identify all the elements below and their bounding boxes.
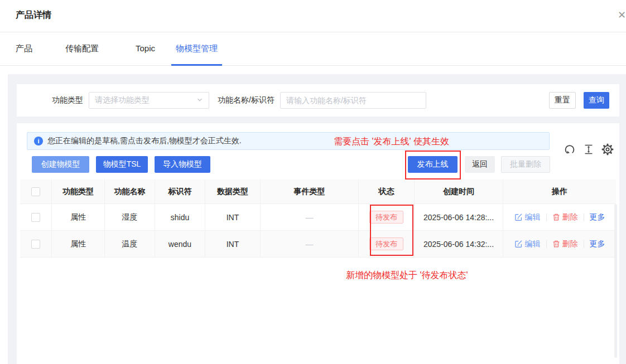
settings-gear-icon[interactable] — [601, 143, 614, 156]
header-identifier: 标识符 — [155, 179, 205, 204]
draft-info-text: 您正在编辑的是草稿,需点击发布后,物模型才会正式生效. — [47, 136, 242, 146]
cell-status: 待发布 — [359, 231, 415, 258]
cell-event-type: — — [261, 231, 359, 258]
edit-link[interactable]: 编辑 — [514, 212, 541, 222]
row-select-cell — [20, 231, 52, 258]
cell-created-time: 2025-06-06 14:32:... — [415, 231, 503, 258]
refresh-icon[interactable] — [564, 143, 576, 156]
column-height-icon[interactable] — [582, 143, 595, 156]
header-data-type: 数据类型 — [205, 179, 261, 204]
function-type-select[interactable]: 请选择功能类型 — [89, 92, 209, 109]
publish-online-button[interactable]: 发布上线 — [408, 156, 458, 173]
tab-bar: 产品 传输配置 Topic 物模型管理 — [0, 32, 626, 66]
table-row: 属性 湿度 shidu INT — 待发布 2025-06-06 14:28:.… — [20, 204, 616, 231]
cell-function-type: 属性 — [52, 231, 105, 258]
cell-event-type: — — [261, 204, 359, 231]
header-created-time: 创建时间 — [415, 179, 503, 204]
action-divider — [546, 213, 547, 221]
tab-transport-config[interactable]: 传输配置 — [61, 32, 103, 66]
tab-thing-model-management[interactable]: 物模型管理 — [171, 32, 222, 66]
header-event-type: 事件类型 — [261, 179, 359, 204]
chevron-down-icon — [196, 96, 203, 105]
tab-topic[interactable]: Topic — [131, 32, 160, 66]
annotation-status-note: 新增的物模型处于 '待发布状态' — [346, 270, 468, 282]
cell-function-type: 属性 — [52, 204, 105, 231]
header-status: 状态 — [359, 179, 415, 204]
action-divider — [584, 240, 584, 248]
batch-delete-button: 批量删除 — [501, 156, 550, 173]
header-actions: 操作 — [503, 179, 616, 204]
filter-card: 功能类型 请选择功能类型 功能名称/标识符 重置 查询 — [17, 84, 619, 117]
header-function-type: 功能类型 — [52, 179, 105, 204]
cell-identifier: shidu — [155, 204, 205, 231]
cell-data-type: INT — [205, 231, 261, 258]
status-badge: 待发布 — [369, 237, 403, 250]
table-row: 属性 温度 wendu INT — 待发布 2025-06-06 14:32:.… — [20, 231, 616, 258]
row-checkbox[interactable] — [31, 213, 40, 222]
function-type-placeholder: 请选择功能类型 — [95, 95, 196, 105]
cell-actions: 编辑 删除 更多 — [503, 204, 616, 231]
create-thing-model-button[interactable]: 创建物模型 — [32, 156, 89, 173]
table-tools — [564, 143, 614, 156]
cell-data-type: INT — [205, 204, 261, 231]
function-name-label: 功能名称/标识符 — [218, 95, 275, 105]
reset-button[interactable]: 重置 — [549, 92, 576, 109]
cell-status: 待发布 — [359, 204, 415, 231]
function-name-input[interactable] — [280, 92, 426, 109]
info-icon: i — [34, 137, 43, 145]
cell-actions: 编辑 删除 更多 — [503, 231, 616, 258]
thing-model-tsl-button[interactable]: 物模型TSL — [96, 156, 148, 173]
row-select-cell — [20, 204, 52, 231]
thing-model-table: 功能类型 功能名称 标识符 数据类型 事件类型 状态 创建时间 操作 属性 湿度… — [20, 179, 616, 258]
tab-product[interactable]: 产品 — [11, 32, 37, 66]
back-button[interactable]: 返回 — [465, 156, 495, 173]
import-thing-model-button[interactable]: 导入物模型 — [155, 156, 210, 173]
cell-function-name: 湿度 — [105, 204, 155, 231]
cell-created-time: 2025-06-06 14:28:... — [415, 204, 503, 231]
table-header-row: 功能类型 功能名称 标识符 数据类型 事件类型 状态 创建时间 操作 — [20, 179, 616, 204]
edit-link[interactable]: 编辑 — [514, 239, 541, 249]
function-type-label: 功能类型 — [52, 95, 83, 105]
query-button[interactable]: 查询 — [584, 92, 609, 109]
select-all-checkbox[interactable] — [31, 187, 40, 196]
action-divider — [546, 240, 547, 248]
status-badge: 待发布 — [369, 211, 403, 224]
page-title: 产品详情 — [16, 9, 51, 21]
annotation-publish-note: 需要点击 '发布上线' 使其生效 — [334, 136, 449, 148]
main-card: i 您正在编辑的是草稿,需点击发布后,物模型才会正式生效. 需要点击 '发布上线… — [17, 123, 619, 364]
delete-link[interactable]: 删除 — [552, 239, 578, 249]
delete-link[interactable]: 删除 — [552, 212, 578, 222]
modal-header: 产品详情 ✕ — [0, 0, 626, 32]
header-function-name: 功能名称 — [105, 179, 155, 204]
close-icon[interactable]: ✕ — [618, 9, 626, 21]
more-link[interactable]: 更多 — [590, 239, 605, 249]
scrollbar-track[interactable] — [614, 204, 617, 358]
more-link[interactable]: 更多 — [590, 212, 605, 222]
row-checkbox[interactable] — [31, 240, 40, 249]
draft-info-alert: i 您正在编辑的是草稿,需点击发布后,物模型才会正式生效. — [27, 132, 550, 150]
product-detail-modal: 产品详情 ✕ 产品 传输配置 Topic 物模型管理 功能类型 请选择功能类型 … — [0, 0, 626, 364]
cell-function-name: 温度 — [105, 231, 155, 258]
cell-identifier: wendu — [155, 231, 205, 258]
header-select-all-cell — [20, 179, 52, 204]
action-divider — [584, 213, 584, 221]
